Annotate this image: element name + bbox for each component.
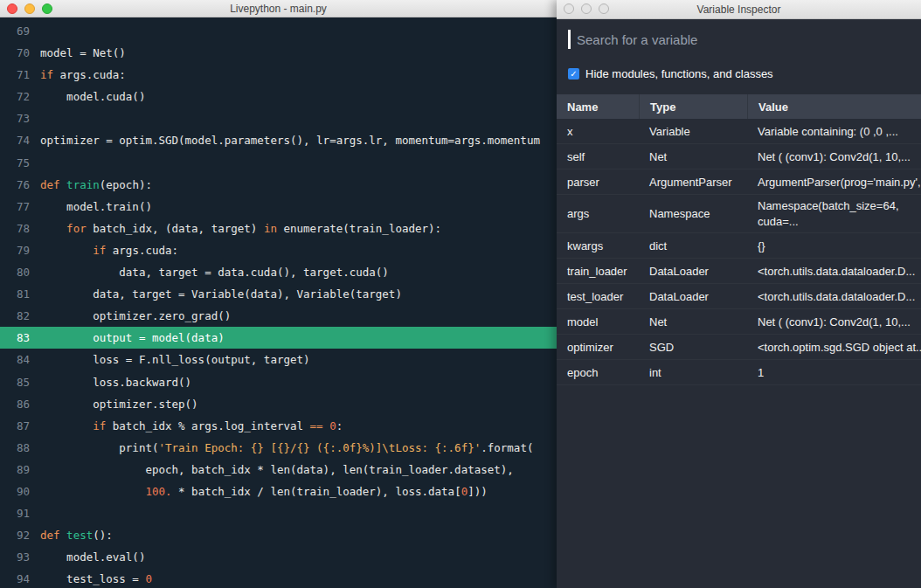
line-number: 70 [0, 42, 40, 64]
hide-modules-checkbox[interactable]: ✓ [568, 68, 579, 80]
cell-value: <torch.utils.data.dataloader.D... [747, 265, 921, 278]
code-line-highlighted[interactable]: 83 output = model(data) [0, 327, 557, 349]
line-number: 87 [0, 415, 40, 437]
code-line[interactable]: 71if args.cuda: [0, 64, 557, 86]
table-row[interactable]: train_loaderDataLoader<torch.utils.data.… [557, 259, 921, 284]
code-line[interactable]: 77 model.train() [0, 196, 557, 218]
line-number: 73 [0, 107, 40, 129]
code-line[interactable]: 81 data, target = Variable(data), Variab… [0, 283, 557, 305]
code-line[interactable]: 78 for batch_idx, (data, target) in enum… [0, 218, 557, 239]
code-line[interactable]: 76def train(epoch): [0, 174, 557, 196]
cell-value: <torch.optim.sgd.SGD object at... [747, 341, 921, 354]
window-controls [7, 3, 52, 14]
cell-type: ArgumentParser [639, 176, 747, 189]
text-cursor-icon [568, 30, 571, 49]
code-text: def train(epoch): [40, 174, 152, 196]
table-row[interactable]: modelNetNet ( (conv1): Conv2d(1, 10,... [557, 309, 921, 335]
code-line[interactable]: 73 [0, 107, 557, 129]
cell-type: DataLoader [639, 265, 747, 278]
line-number: 93 [0, 546, 40, 568]
code-line[interactable]: 92def test(): [0, 524, 557, 546]
minimize-button[interactable] [24, 3, 35, 14]
code-text: if batch_idx % args.log_interval == 0: [40, 415, 343, 437]
table-row[interactable]: test_loaderDataLoader<torch.utils.data.d… [557, 284, 921, 309]
line-number: 69 [0, 20, 40, 42]
minimize-button[interactable] [581, 3, 592, 14]
code-line[interactable]: 88 print('Train Epoch: {} [{}/{} ({:.0f}… [0, 437, 557, 459]
table-body: xVariableVariable containing: (0 ,0 ,...… [557, 119, 921, 385]
table-row[interactable]: xVariableVariable containing: (0 ,0 ,... [557, 119, 921, 144]
code-line[interactable]: 72 model.cuda() [0, 86, 557, 107]
line-number: 80 [0, 261, 40, 283]
column-header-value: Value [747, 94, 921, 119]
table-row[interactable]: epochint1 [557, 360, 921, 385]
code-line[interactable]: 69 [0, 20, 557, 42]
zoom-button[interactable] [42, 3, 52, 14]
code-line[interactable]: 84 loss = F.nll_loss(output, target) [0, 349, 557, 370]
hide-modules-label: Hide modules, functions, and classes [585, 67, 773, 80]
line-number: 81 [0, 283, 40, 305]
table-row[interactable]: selfNetNet ( (conv1): Conv2d(1, 10,... [557, 144, 921, 169]
column-header-name: Name [557, 94, 639, 119]
code-line[interactable]: 75 [0, 152, 557, 174]
window-title: Livepython - main.py [230, 3, 327, 15]
line-number: 82 [0, 305, 40, 327]
search-placeholder: Search for a variable [577, 32, 697, 47]
code-text: model = Net() [40, 42, 126, 64]
code-text: optimizer = optim.SGD(model.parameters()… [40, 129, 540, 151]
code-text: model.cuda() [40, 86, 145, 107]
code-text: optimizer.zero_grad() [40, 305, 231, 327]
code-text: optimizer.step() [40, 393, 198, 415]
code-line[interactable]: 89 epoch, batch_idx * len(data), len(tra… [0, 459, 557, 481]
code-line[interactable]: 70model = Net() [0, 42, 557, 64]
cell-name: x [557, 125, 639, 138]
code-line[interactable]: 91 [0, 502, 557, 524]
code-line[interactable]: 93 model.eval() [0, 546, 557, 568]
code-text: data, target = Variable(data), Variable(… [40, 283, 402, 305]
close-button[interactable] [564, 3, 574, 14]
line-number: 78 [0, 218, 40, 239]
cell-type: DataLoader [639, 290, 747, 303]
inspector-body: Search for a variable ✓ Hide modules, fu… [557, 19, 921, 588]
line-number: 90 [0, 481, 40, 502]
code-line[interactable]: 82 optimizer.zero_grad() [0, 305, 557, 327]
cell-name: optimizer [557, 341, 639, 354]
inspector-titlebar: Variable Inspector [557, 0, 921, 19]
cell-type: SGD [639, 341, 747, 354]
cell-value: Net ( (conv1): Conv2d(1, 10,... [747, 150, 921, 163]
line-number: 77 [0, 196, 40, 218]
code-text: output = model(data) [40, 327, 225, 349]
table-row[interactable]: argsNamespaceNamespace(batch_size=64, cu… [557, 195, 921, 233]
line-number: 91 [0, 502, 40, 524]
code-line[interactable]: 80 data, target = data.cuda(), target.cu… [0, 261, 557, 283]
table-row[interactable]: kwargsdict{} [557, 233, 921, 259]
table-row[interactable]: parserArgumentParserArgumentParser(prog=… [557, 169, 921, 195]
code-editor[interactable]: 6970model = Net()71if args.cuda:72 model… [0, 17, 557, 588]
cell-value: Net ( (conv1): Conv2d(1, 10,... [747, 315, 921, 329]
code-line[interactable]: 86 optimizer.step() [0, 393, 557, 415]
table-row[interactable]: optimizerSGD<torch.optim.sgd.SGD object … [557, 335, 921, 360]
search-input[interactable]: Search for a variable [557, 19, 921, 59]
code-line[interactable]: 94 test_loss = 0 [0, 568, 557, 588]
code-line[interactable]: 85 loss.backward() [0, 371, 557, 393]
code-line[interactable]: 74optimizer = optim.SGD(model.parameters… [0, 129, 557, 151]
code-text: 100. * batch_idx / len(train_loader), lo… [40, 481, 488, 502]
cell-type: int [639, 366, 747, 379]
cell-name: epoch [557, 366, 639, 379]
code-line[interactable]: 90 100. * batch_idx / len(train_loader),… [0, 481, 557, 502]
code-text: loss.backward() [40, 371, 191, 393]
zoom-button[interactable] [599, 3, 609, 14]
code-line[interactable]: 79 if args.cuda: [0, 239, 557, 261]
cell-value: {} [747, 239, 921, 252]
code-text: for batch_idx, (data, target) in enumera… [40, 218, 441, 239]
cell-type: Variable [639, 125, 747, 138]
variables-table: Name Type Value xVariableVariable contai… [557, 94, 921, 385]
code-line[interactable]: 87 if batch_idx % args.log_interval == 0… [0, 415, 557, 437]
cell-value: Namespace(batch_size=64, cuda=... [747, 195, 921, 232]
cell-type: dict [639, 239, 747, 252]
line-number: 85 [0, 371, 40, 393]
code-text: loss = F.nll_loss(output, target) [40, 349, 310, 370]
inspector-window: Variable Inspector Search for a variable… [557, 0, 921, 588]
editor-titlebar: Livepython - main.py [0, 0, 557, 17]
close-button[interactable] [7, 3, 17, 14]
